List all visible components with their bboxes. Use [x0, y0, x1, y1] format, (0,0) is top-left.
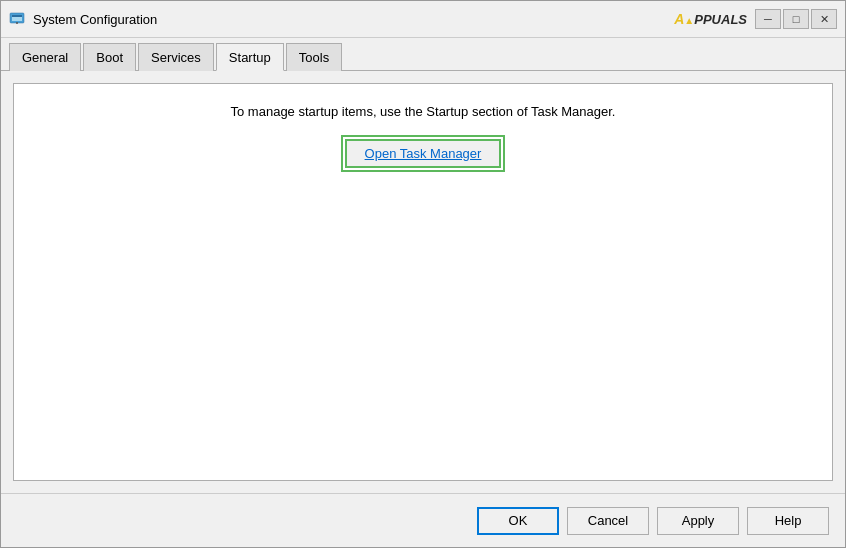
- close-button[interactable]: ✕: [811, 9, 837, 29]
- tab-startup[interactable]: Startup: [216, 43, 284, 71]
- window-title: System Configuration: [33, 12, 674, 27]
- tab-bar: General Boot Services Startup Tools: [1, 38, 845, 71]
- cancel-button[interactable]: Cancel: [567, 507, 649, 535]
- ok-button[interactable]: OK: [477, 507, 559, 535]
- svg-rect-2: [12, 15, 22, 17]
- maximize-button[interactable]: □: [783, 9, 809, 29]
- apply-button[interactable]: Apply: [657, 507, 739, 535]
- svg-point-3: [16, 22, 18, 24]
- title-bar: System Configuration A▲PPUALS ─ □ ✕: [1, 1, 845, 38]
- window-icon: [9, 10, 27, 28]
- footer: OK Cancel Apply Help: [1, 493, 845, 547]
- open-task-manager-button[interactable]: Open Task Manager: [345, 139, 502, 168]
- content-area: To manage startup items, use the Startup…: [1, 71, 845, 493]
- help-button[interactable]: Help: [747, 507, 829, 535]
- tab-tools[interactable]: Tools: [286, 43, 342, 71]
- startup-panel: To manage startup items, use the Startup…: [13, 83, 833, 481]
- appuals-logo: A▲PPUALS: [674, 11, 747, 27]
- info-text: To manage startup items, use the Startup…: [231, 104, 616, 119]
- tab-services[interactable]: Services: [138, 43, 214, 71]
- tab-boot[interactable]: Boot: [83, 43, 136, 71]
- system-configuration-window: System Configuration A▲PPUALS ─ □ ✕ Gene…: [0, 0, 846, 548]
- minimize-button[interactable]: ─: [755, 9, 781, 29]
- title-bar-buttons: ─ □ ✕: [755, 9, 837, 29]
- tab-general[interactable]: General: [9, 43, 81, 71]
